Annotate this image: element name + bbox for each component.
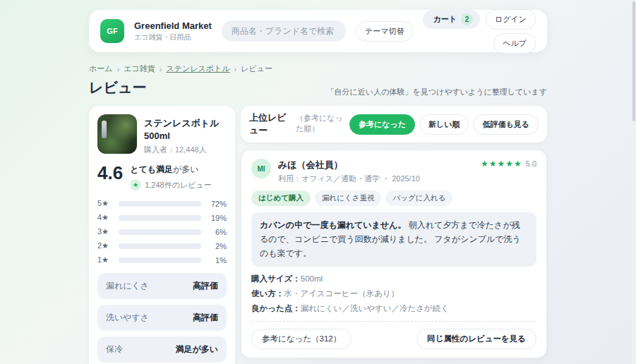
app-header: GF Greenfield Market エコ雑貨・日用品 テーマ切替 カート … <box>89 10 547 52</box>
breadcrumb-current: レビュー <box>241 63 272 74</box>
tag-first-purchase: はじめて購入 <box>251 190 311 206</box>
cart-label: カート <box>433 14 457 25</box>
sort-helpful-button[interactable]: 参考になった <box>349 114 415 135</box>
bar-label: 5★ <box>97 199 113 208</box>
bar-percent: 2% <box>207 242 227 250</box>
tag-leakproof-focus: 漏れにくさ重視 <box>315 190 381 206</box>
bar-row-1star: 1★ 1% <box>97 255 227 265</box>
score-summary: とても満足が多い <box>130 164 212 176</box>
review-count: 1,248件のレビュー <box>145 180 212 190</box>
brand-subtitle: エコ雑貨・日用品 <box>134 32 212 42</box>
tag-bag-use: バッグに入れる <box>385 190 452 206</box>
sort-newest-button[interactable]: 新しい順 <box>419 114 469 135</box>
review-body: カバンの中で一度も漏れていません。 朝入れて夕方まで冷たさが残るので、コンビニで… <box>251 212 536 267</box>
toolbar-subtitle: （参考になった順） <box>296 113 349 134</box>
detail-value: 漏れにくい／洗いやすい／冷たさが続く <box>301 304 449 313</box>
bar-track <box>119 243 201 249</box>
sort-buttons: 参考になった 新しい順 低評価も見る <box>349 114 539 135</box>
bar-row-4star: 4★ 19% <box>97 213 227 222</box>
score-row: 4.6 とても満足が多い ★ 1,248件のレビュー <box>97 164 227 190</box>
detail-label: 購入サイズ： <box>251 274 301 283</box>
product-row: ステンレスボトル 500ml 購入者：12,448人 <box>97 114 227 155</box>
brand-logo: GF <box>100 19 124 43</box>
same-attribute-reviews-button[interactable]: 同じ属性のレビューを見る <box>416 329 536 349</box>
detail-label: 良かった点： <box>251 304 301 313</box>
score-summary-block: とても満足が多い ★ 1,248件のレビュー <box>130 164 212 190</box>
bar-percent: 19% <box>207 214 227 222</box>
review-meta: 利用：オフィス／通勤・通学 ・ 2025/10 <box>278 174 420 184</box>
bar-row-2star: 2★ 2% <box>97 241 227 250</box>
toolbar-title: 上位レビュー <box>249 111 292 137</box>
detail-usage: 使い方：水・アイスコーヒー（氷あり） <box>251 288 536 300</box>
theme-toggle-button[interactable]: テーマ切替 <box>356 21 414 42</box>
bar-row-3star: 3★ 6% <box>97 227 227 236</box>
product-summary-panel: ステンレスボトル 500ml 購入者：12,448人 4.6 とても満足が多い … <box>89 106 235 364</box>
cart-button[interactable]: カート 2 <box>423 10 480 29</box>
attr-leakproof: 漏れにくさ 高評価 <box>97 273 227 299</box>
review-rating: ★★★★★ 5.0 <box>481 159 536 169</box>
page-container: GF Greenfield Market エコ雑貨・日用品 テーマ切替 カート … <box>89 10 547 364</box>
rating-value: 5.0 <box>526 159 536 168</box>
attr-label: 洗いやすさ <box>106 312 149 324</box>
breadcrumb-product[interactable]: ステンレスボトル <box>166 63 229 74</box>
attr-washability: 洗いやすさ 高評価 <box>97 305 227 331</box>
avatar: MI <box>251 159 271 178</box>
cart-count-badge: 2 <box>461 13 473 25</box>
bar-label: 1★ <box>97 255 113 265</box>
breadcrumb-separator: › <box>234 65 236 73</box>
star-icon: ★ <box>130 179 141 190</box>
review-header: MI みほ（会社員） 利用：オフィス／通勤・通学 ・ 2025/10 ★★★★★… <box>251 159 536 184</box>
title-row: レビュー 「自分に近い人の体験」を見つけやすいように整理しています <box>89 78 547 97</box>
average-score: 4.6 <box>97 164 123 182</box>
bar-percent: 72% <box>207 200 227 208</box>
review-card: MI みほ（会社員） 利用：オフィス／通勤・通学 ・ 2025/10 ★★★★★… <box>241 150 547 358</box>
product-buyers: 購入者：12,448人 <box>144 145 227 155</box>
bar-label: 4★ <box>97 213 113 222</box>
bar-percent: 1% <box>207 256 227 265</box>
page-title: レビュー <box>89 78 146 97</box>
breadcrumb-category[interactable]: エコ雑貨 <box>124 63 155 74</box>
review-count-row: ★ 1,248件のレビュー <box>130 179 212 190</box>
attr-value: 満足が多い <box>175 344 218 356</box>
scrollbar[interactable] <box>632 0 636 364</box>
detail-label: 使い方： <box>251 289 284 298</box>
product-name: ステンレスボトル 500ml <box>144 117 227 142</box>
breadcrumb-home[interactable]: ホーム <box>89 63 113 74</box>
score-summary-rest: が多い <box>173 164 199 174</box>
detail-size: 購入サイズ：500ml <box>251 273 536 285</box>
breadcrumb-separator: › <box>160 65 162 73</box>
search-input[interactable] <box>222 20 346 42</box>
helpful-button[interactable]: 参考になった（312） <box>251 329 352 349</box>
reviewer-block: みほ（会社員） 利用：オフィス／通勤・通学 ・ 2025/10 <box>278 159 420 184</box>
attr-cooling: 保冷 満足が多い <box>97 336 227 363</box>
review-footer: 参考になった（312） 同じ属性のレビューを見る <box>251 321 536 349</box>
review-tags: はじめて購入 漏れにくさ重視 バッグに入れる <box>251 190 536 206</box>
toolbar-title-block: 上位レビュー （参考になった順） <box>249 111 349 137</box>
reviewer-name: みほ（会社員） <box>278 159 420 171</box>
login-button[interactable]: ログイン <box>486 9 536 30</box>
bar-percent: 6% <box>207 228 227 236</box>
attr-label: 保冷 <box>106 344 123 356</box>
bottle-shape <box>102 121 107 138</box>
attribute-ratings: 漏れにくさ 高評価 洗いやすさ 高評価 保冷 満足が多い 重さ 好みが分かれる <box>97 273 227 364</box>
scrollbar-thumb[interactable] <box>632 1 635 121</box>
bar-track <box>119 201 201 207</box>
review-text-bold: カバンの中で一度も漏れていません。 <box>260 220 406 230</box>
bar-row-5star: 5★ 72% <box>97 199 227 208</box>
attr-value: 高評価 <box>193 312 218 324</box>
brand-block: Greenfield Market エコ雑貨・日用品 <box>134 20 212 42</box>
attr-value: 高評価 <box>193 280 218 292</box>
bar-track <box>119 215 201 221</box>
show-low-ratings-button[interactable]: 低評価も見る <box>473 114 539 135</box>
page-subtitle: 「自分に近い人の体験」を見つけやすいように整理しています <box>327 87 547 97</box>
breadcrumb-separator: › <box>117 65 120 73</box>
detail-pros: 良かった点：漏れにくい／洗いやすい／冷たさが続く <box>251 303 536 315</box>
content-grid: ステンレスボトル 500ml 購入者：12,448人 4.6 とても満足が多い … <box>89 106 547 364</box>
bar-track <box>119 257 201 263</box>
bar-track <box>119 229 201 235</box>
star-distribution: 5★ 72% 4★ 19% 3★ 6% 2★ 2% <box>97 199 227 265</box>
help-button[interactable]: ヘルプ <box>493 33 536 54</box>
product-info: ステンレスボトル 500ml 購入者：12,448人 <box>144 114 227 155</box>
bar-label: 3★ <box>97 227 113 236</box>
product-image <box>97 114 137 154</box>
